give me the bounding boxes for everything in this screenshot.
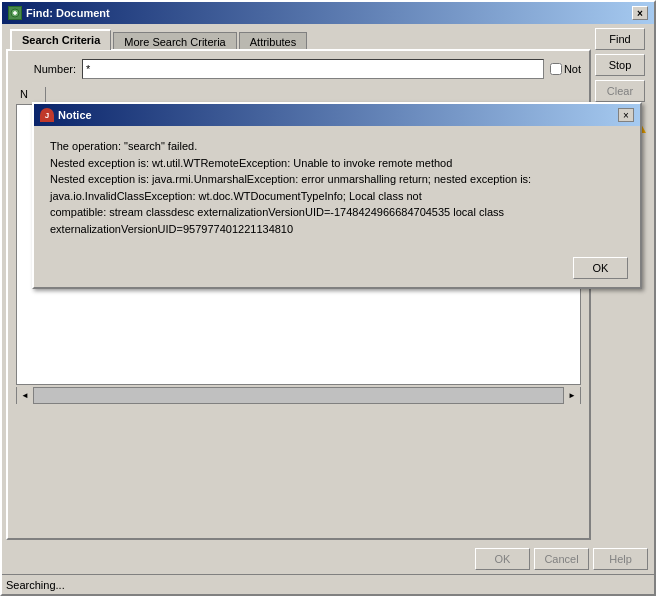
not-checkbox-label: Not	[550, 63, 581, 75]
scroll-track	[34, 388, 563, 403]
cancel-button[interactable]: Cancel	[534, 548, 589, 570]
scroll-right-button[interactable]: ►	[563, 387, 580, 404]
notice-close-button[interactable]: ×	[618, 108, 634, 122]
notice-line5: compatible: stream classdesc externaliza…	[50, 204, 624, 221]
status-bar: Searching...	[2, 574, 654, 594]
bottom-button-bar: OK Cancel Help	[2, 544, 654, 574]
tab-search-criteria[interactable]: Search Criteria	[10, 29, 111, 50]
not-label: Not	[564, 63, 581, 75]
main-window: Find: Document × Search Criteria More Se…	[0, 0, 656, 596]
find-button[interactable]: Find	[595, 28, 645, 50]
app-icon	[8, 6, 22, 20]
notice-dialog: J Notice × The operation: "search" faile…	[32, 102, 642, 289]
ok-button[interactable]: OK	[475, 548, 530, 570]
notice-line6: externalizationVersionUID=95797740122113…	[50, 221, 624, 238]
window-close-button[interactable]: ×	[632, 6, 648, 20]
notice-line4: java.io.InvalidClassException: wt.doc.WT…	[50, 188, 624, 205]
not-checkbox[interactable]	[550, 63, 562, 75]
notice-body: The operation: "search" failed. Nested e…	[34, 126, 640, 249]
title-bar: Find: Document ×	[2, 2, 654, 24]
notice-title: Notice	[58, 109, 92, 121]
clear-button[interactable]: Clear	[595, 80, 645, 102]
status-text: Searching...	[6, 579, 65, 591]
horizontal-scrollbar[interactable]: ◄ ►	[16, 387, 581, 404]
number-input[interactable]	[82, 59, 544, 79]
notice-line1: The operation: "search" failed.	[50, 138, 624, 155]
notice-footer: OK	[34, 249, 640, 287]
notice-ok-button[interactable]: OK	[573, 257, 628, 279]
tab-bar: Search Criteria More Search Criteria Att…	[6, 28, 591, 49]
scroll-left-button[interactable]: ◄	[17, 387, 34, 404]
number-label: Number:	[16, 63, 76, 75]
stop-button[interactable]: Stop	[595, 54, 645, 76]
notice-line3: Nested exception is: java.rmi.UnmarshalE…	[50, 171, 624, 188]
notice-title-bar: J Notice ×	[34, 104, 640, 126]
help-button[interactable]: Help	[593, 548, 648, 570]
number-form-row: Number: Not	[16, 59, 581, 79]
window-title: Find: Document	[26, 7, 110, 19]
java-icon: J	[40, 108, 54, 122]
notice-line2: Nested exception is: wt.util.WTRemoteExc…	[50, 155, 624, 172]
